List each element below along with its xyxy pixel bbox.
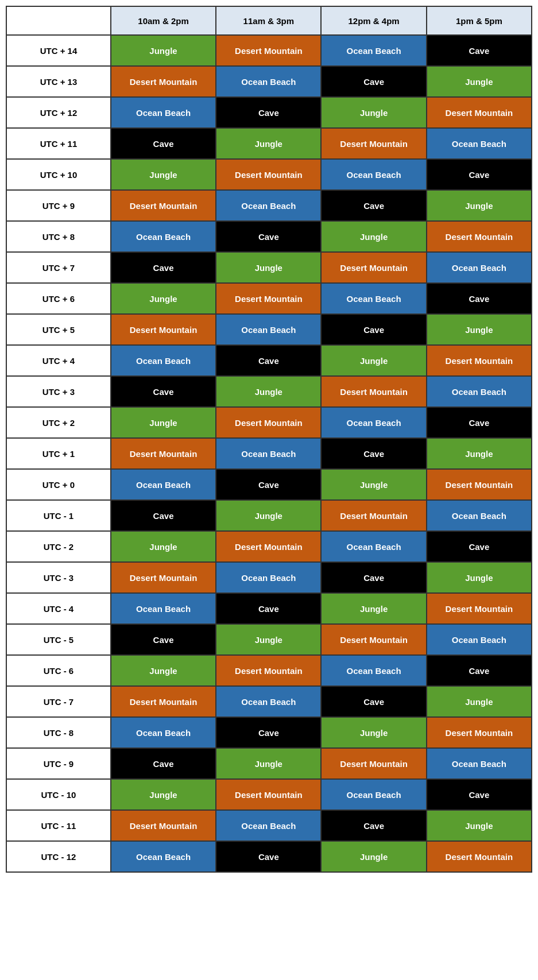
cell-row24-col3: Ocean Beach	[321, 779, 426, 810]
cell-row15-col1: Cave	[111, 500, 216, 531]
cell-row24-col4: Cave	[427, 779, 532, 810]
header-col3: 12pm & 4pm	[321, 6, 426, 35]
cell-row18-col1: Ocean Beach	[111, 593, 216, 624]
cell-row21-col2: Ocean Beach	[216, 686, 321, 717]
utc-label: UTC + 7	[6, 252, 111, 283]
cell-row20-col3: Ocean Beach	[321, 655, 426, 686]
cell-row1-col2: Ocean Beach	[216, 66, 321, 97]
cell-row20-col4: Cave	[427, 655, 532, 686]
cell-row4-col4: Cave	[427, 159, 532, 190]
cell-row13-col1: Desert Mountain	[111, 438, 216, 469]
utc-label: UTC - 5	[6, 624, 111, 655]
cell-row15-col3: Desert Mountain	[321, 500, 426, 531]
cell-row2-col1: Ocean Beach	[111, 97, 216, 128]
cell-row19-col4: Ocean Beach	[427, 624, 532, 655]
cell-row9-col2: Ocean Beach	[216, 314, 321, 345]
utc-label: UTC - 6	[6, 655, 111, 686]
cell-row17-col2: Ocean Beach	[216, 562, 321, 593]
cell-row25-col1: Desert Mountain	[111, 810, 216, 841]
cell-row22-col4: Desert Mountain	[427, 717, 532, 748]
utc-label: UTC + 5	[6, 314, 111, 345]
cell-row2-col2: Cave	[216, 97, 321, 128]
utc-label: UTC - 7	[6, 686, 111, 717]
utc-label: UTC + 2	[6, 407, 111, 438]
cell-row1-col3: Cave	[321, 66, 426, 97]
cell-row7-col2: Jungle	[216, 252, 321, 283]
cell-row11-col3: Desert Mountain	[321, 376, 426, 407]
cell-row15-col2: Jungle	[216, 500, 321, 531]
cell-row19-col1: Cave	[111, 624, 216, 655]
cell-row12-col4: Cave	[427, 407, 532, 438]
schedule-table: 10am & 2pm 11am & 3pm 12pm & 4pm 1pm & 5…	[6, 6, 532, 873]
utc-label: UTC + 3	[6, 376, 111, 407]
cell-row19-col2: Jungle	[216, 624, 321, 655]
cell-row25-col2: Ocean Beach	[216, 810, 321, 841]
utc-label: UTC + 12	[6, 97, 111, 128]
cell-row17-col3: Cave	[321, 562, 426, 593]
cell-row7-col3: Desert Mountain	[321, 252, 426, 283]
cell-row23-col3: Desert Mountain	[321, 748, 426, 779]
cell-row26-col1: Ocean Beach	[111, 841, 216, 872]
cell-row11-col2: Jungle	[216, 376, 321, 407]
cell-row16-col1: Jungle	[111, 531, 216, 562]
cell-row4-col1: Jungle	[111, 159, 216, 190]
cell-row3-col4: Ocean Beach	[427, 128, 532, 159]
utc-label: UTC - 8	[6, 717, 111, 748]
cell-row10-col2: Cave	[216, 345, 321, 376]
cell-row16-col2: Desert Mountain	[216, 531, 321, 562]
cell-row16-col4: Cave	[427, 531, 532, 562]
cell-row18-col2: Cave	[216, 593, 321, 624]
cell-row18-col4: Desert Mountain	[427, 593, 532, 624]
cell-row14-col2: Cave	[216, 469, 321, 500]
utc-label: UTC - 11	[6, 810, 111, 841]
cell-row22-col3: Jungle	[321, 717, 426, 748]
utc-label: UTC + 1	[6, 438, 111, 469]
cell-row12-col2: Desert Mountain	[216, 407, 321, 438]
cell-row23-col4: Ocean Beach	[427, 748, 532, 779]
cell-row4-col2: Desert Mountain	[216, 159, 321, 190]
cell-row19-col3: Desert Mountain	[321, 624, 426, 655]
cell-row25-col4: Jungle	[427, 810, 532, 841]
utc-label: UTC + 13	[6, 66, 111, 97]
cell-row20-col2: Desert Mountain	[216, 655, 321, 686]
cell-row10-col4: Desert Mountain	[427, 345, 532, 376]
cell-row18-col3: Jungle	[321, 593, 426, 624]
utc-label: UTC + 0	[6, 469, 111, 500]
cell-row0-col2: Desert Mountain	[216, 35, 321, 66]
utc-label: UTC + 6	[6, 283, 111, 314]
cell-row25-col3: Cave	[321, 810, 426, 841]
cell-row13-col2: Ocean Beach	[216, 438, 321, 469]
header-col4: 1pm & 5pm	[427, 6, 532, 35]
utc-label: UTC + 14	[6, 35, 111, 66]
cell-row17-col1: Desert Mountain	[111, 562, 216, 593]
header-col1: 10am & 2pm	[111, 6, 216, 35]
cell-row22-col1: Ocean Beach	[111, 717, 216, 748]
utc-label: UTC - 4	[6, 593, 111, 624]
cell-row17-col4: Jungle	[427, 562, 532, 593]
cell-row2-col4: Desert Mountain	[427, 97, 532, 128]
cell-row4-col3: Ocean Beach	[321, 159, 426, 190]
cell-row1-col1: Desert Mountain	[111, 66, 216, 97]
cell-row14-col4: Desert Mountain	[427, 469, 532, 500]
cell-row26-col2: Cave	[216, 841, 321, 872]
cell-row3-col3: Desert Mountain	[321, 128, 426, 159]
cell-row5-col2: Ocean Beach	[216, 190, 321, 221]
cell-row11-col1: Cave	[111, 376, 216, 407]
cell-row6-col3: Jungle	[321, 221, 426, 252]
utc-label: UTC - 12	[6, 841, 111, 872]
cell-row14-col3: Jungle	[321, 469, 426, 500]
cell-row9-col4: Jungle	[427, 314, 532, 345]
cell-row8-col4: Cave	[427, 283, 532, 314]
header-utc	[6, 6, 111, 35]
cell-row11-col4: Ocean Beach	[427, 376, 532, 407]
utc-label: UTC + 11	[6, 128, 111, 159]
cell-row0-col3: Ocean Beach	[321, 35, 426, 66]
cell-row7-col4: Ocean Beach	[427, 252, 532, 283]
cell-row12-col1: Jungle	[111, 407, 216, 438]
cell-row10-col3: Jungle	[321, 345, 426, 376]
cell-row6-col2: Cave	[216, 221, 321, 252]
cell-row1-col4: Jungle	[427, 66, 532, 97]
cell-row5-col1: Desert Mountain	[111, 190, 216, 221]
cell-row20-col1: Jungle	[111, 655, 216, 686]
cell-row12-col3: Ocean Beach	[321, 407, 426, 438]
